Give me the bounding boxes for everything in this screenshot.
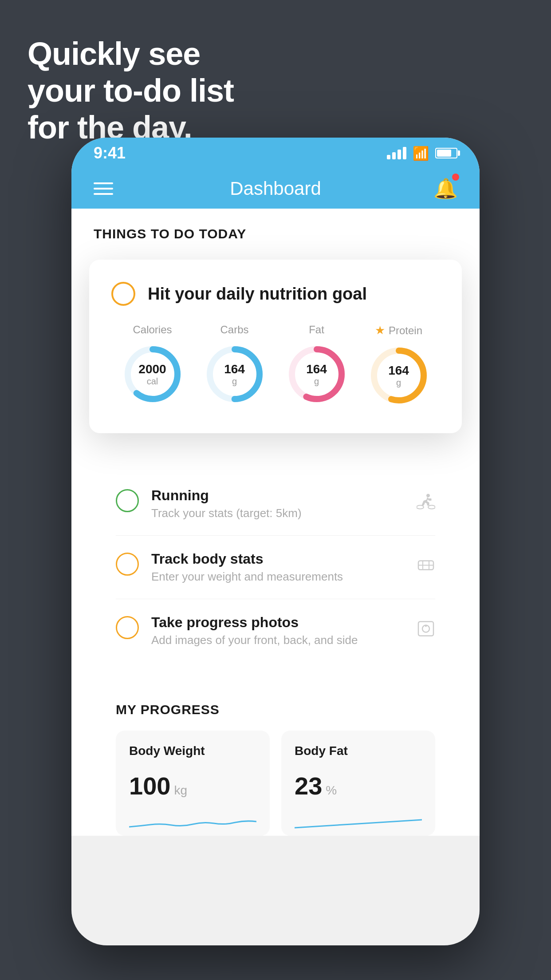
- notification-dot: [452, 174, 459, 181]
- nutrition-grid: Calories 2000 cal Carbs: [111, 324, 440, 407]
- calories-donut: 2000 cal: [122, 343, 184, 405]
- body-fat-unit: %: [326, 783, 337, 798]
- nutrition-carbs: Carbs 164 g: [204, 324, 266, 407]
- body-weight-value: 100: [129, 771, 170, 800]
- body-weight-card[interactable]: Body Weight 100 kg: [116, 731, 270, 836]
- todo-item-body-stats[interactable]: Track body stats Enter your weight and m…: [116, 536, 435, 599]
- fat-donut: 164 g: [286, 343, 348, 405]
- bell-icon: 🔔: [433, 177, 458, 200]
- body-weight-value-row: 100 kg: [129, 771, 256, 800]
- svg-point-8: [417, 506, 424, 509]
- status-bar: 9:41 📶: [71, 138, 480, 169]
- svg-point-9: [428, 506, 435, 509]
- svg-point-16: [425, 625, 427, 627]
- nutrition-calories: Calories 2000 cal: [122, 324, 184, 407]
- running-check-circle[interactable]: [116, 489, 139, 512]
- status-icons: 📶: [387, 146, 457, 161]
- body-stats-text: Track body stats Enter your weight and m…: [151, 551, 435, 584]
- protein-value: 164: [388, 364, 409, 378]
- fat-unit: g: [306, 376, 327, 386]
- todo-item-running[interactable]: Running Track your stats (target: 5km): [116, 472, 435, 536]
- calories-label: Calories: [133, 324, 172, 336]
- body-weight-sparkline: [129, 809, 256, 836]
- photos-check-circle[interactable]: [116, 616, 139, 639]
- photos-title: Take progress photos: [151, 614, 435, 631]
- nutrition-card-title: Hit your daily nutrition goal: [148, 285, 367, 304]
- progress-section: MY PROGRESS Body Weight 100 kg: [94, 680, 457, 836]
- app-content: THINGS TO DO TODAY Hit your daily nutrit…: [71, 209, 480, 836]
- fat-label: Fat: [309, 324, 324, 336]
- carbs-label: Carbs: [220, 324, 248, 336]
- body-fat-sparkline: [295, 809, 422, 836]
- status-time: 9:41: [94, 144, 126, 162]
- carbs-donut: 164 g: [204, 343, 266, 405]
- running-title: Running: [151, 487, 435, 504]
- phone-frame: 9:41 📶 Dashboard 🔔 THINGS: [71, 138, 480, 945]
- things-section-title: THINGS TO DO TODAY: [94, 226, 457, 241]
- todo-list: Running Track your stats (target: 5km): [94, 472, 457, 662]
- protein-donut: 164 g: [368, 344, 430, 407]
- body-stats-subtitle: Enter your weight and measurements: [151, 570, 435, 584]
- photos-text: Take progress photos Add images of your …: [151, 614, 435, 647]
- app-header: Dashboard 🔔: [71, 169, 480, 209]
- hamburger-button[interactable]: [94, 182, 113, 195]
- body-weight-title: Body Weight: [129, 744, 256, 758]
- carbs-unit: g: [224, 376, 245, 386]
- todo-item-photos[interactable]: Take progress photos Add images of your …: [116, 599, 435, 662]
- signal-icon: [387, 147, 406, 159]
- carbs-value: 164: [224, 363, 245, 376]
- nutrition-protein: ★ Protein 164 g: [368, 324, 430, 407]
- fat-value: 164: [306, 363, 327, 376]
- progress-cards: Body Weight 100 kg Body Fat 23: [116, 731, 435, 836]
- photos-subtitle: Add images of your front, back, and side: [151, 633, 435, 647]
- body-stats-check-circle[interactable]: [116, 553, 139, 576]
- body-weight-unit: kg: [174, 783, 187, 798]
- body-fat-title: Body Fat: [295, 744, 422, 758]
- star-icon: ★: [375, 324, 385, 337]
- card-header: Hit your daily nutrition goal: [111, 282, 440, 306]
- running-icon: [417, 494, 435, 514]
- calories-value: 2000: [138, 363, 166, 376]
- battery-icon: [435, 148, 457, 158]
- body-fat-value: 23: [295, 771, 322, 800]
- hero-text: Quickly see your to-do list for the day.: [28, 36, 234, 146]
- photos-icon: [417, 620, 435, 642]
- notification-button[interactable]: 🔔: [433, 175, 457, 202]
- body-stats-title: Track body stats: [151, 551, 435, 567]
- wifi-icon: 📶: [413, 146, 429, 161]
- app-title: Dashboard: [230, 178, 321, 199]
- body-fat-card[interactable]: Body Fat 23 %: [281, 731, 435, 836]
- nutrition-check-circle[interactable]: [111, 282, 135, 306]
- body-fat-value-row: 23 %: [295, 771, 422, 800]
- protein-label: ★ Protein: [375, 324, 422, 337]
- nutrition-fat: Fat 164 g: [286, 324, 348, 407]
- protein-unit: g: [388, 377, 409, 387]
- running-subtitle: Track your stats (target: 5km): [151, 506, 435, 520]
- body-stats-icon: [417, 557, 435, 577]
- running-text: Running Track your stats (target: 5km): [151, 487, 435, 520]
- nutrition-card[interactable]: Hit your daily nutrition goal Calories 2…: [89, 260, 462, 433]
- progress-section-title: MY PROGRESS: [116, 702, 435, 717]
- calories-unit: cal: [138, 376, 166, 386]
- svg-rect-14: [418, 622, 433, 636]
